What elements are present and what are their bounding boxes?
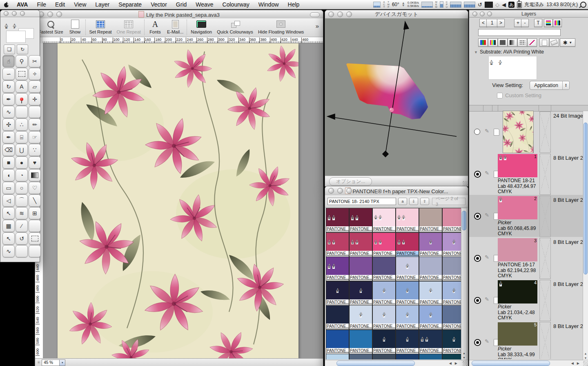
pantone-swatch[interactable]: ⚠PPANTONE... [442,330,461,354]
resize-grip[interactable] [463,361,468,366]
colorbars-view-button[interactable] [553,19,562,27]
pantone-swatch[interactable]: PANTONE... [372,257,396,281]
skew-tool[interactable]: ▱ [29,80,41,93]
view-setting-popup[interactable]: Application ▲▼ [530,81,570,90]
toolbar-button-quick-colourways[interactable]: Quick Colourways [217,20,253,34]
gamut-window-controls[interactable] [328,11,352,17]
pantone-swatch[interactable]: ⚠PPANTONE... [442,281,461,306]
pantone-swatch[interactable]: ⚠PPANTONE... [372,281,396,306]
perspective-grid-tool[interactable]: ⊞ [29,207,41,219]
pantone-swatch[interactable]: ⚠PPANTONE... [372,305,396,330]
text-layer-button[interactable]: T [534,19,542,27]
substrate-swatch[interactable]: ⚠M ⚠P [488,56,537,80]
gray-mode-button[interactable] [498,38,508,47]
pantone-search-input[interactable]: PANTONE 18- 2140 TPX [327,198,396,205]
toolbar-button-set-repeat[interactable]: Set Repeat [89,20,112,34]
lasso-tool[interactable]: ∽ [2,68,15,80]
palette-window-controls[interactable] [4,11,25,16]
pantone-swatch[interactable]: ⚠PPANTONE... [396,281,419,306]
pantone-swatch[interactable]: ⚠PPANTONE... [396,257,419,281]
curve-tool[interactable]: ⌒ [16,194,28,207]
menu-item-vector[interactable]: Vector [146,0,172,9]
rect-tool[interactable]: ▭ [2,182,15,194]
layer-row[interactable]: ✎1⚠M⚠PPANTONE 18-21Lab 48.437,64.97CMYK8… [469,153,588,195]
resize-grip[interactable] [463,181,468,186]
display-status-icon[interactable] [373,2,381,8]
separation-box[interactable] [539,322,551,359]
gradient-mode-button[interactable] [508,38,517,47]
ellipse-tool[interactable]: ○ [16,182,28,194]
layer-color-swatch[interactable]: 2⚠P [498,196,537,219]
separation-box[interactable] [539,280,551,321]
layer-color-swatch[interactable]: 5 [498,322,537,346]
layer-row[interactable]: ✎5PickerLab 38.333,-4.99CMYK8 Bit Layer … [469,321,588,359]
filled-arc-tool[interactable]: ◔ [16,169,28,181]
scroll-down-arrow[interactable]: ▼ [461,356,467,359]
layer-visibility-radio[interactable] [474,297,481,304]
layer-row[interactable]: ✎24 Bit Image [469,111,588,153]
marquee-tool[interactable] [16,68,28,80]
pantone-swatch[interactable]: ⚠M⚠PPANTONE... [326,232,349,257]
pantone-swatch[interactable]: ⚠PPANTONE... [372,330,396,354]
poly-tool[interactable]: ◁ [2,194,15,207]
input-method-icon[interactable]: あ [508,2,514,8]
zoom-tool[interactable]: ⚲ [16,55,28,67]
pantone-swatch[interactable]: ⚠PPANTONE... [349,281,372,306]
displays-menu-icon[interactable] [485,2,493,8]
eraser-button[interactable] [549,38,559,47]
swap-colors-button[interactable]: ❏ [4,45,15,54]
layer-page-number[interactable]: 1 [486,19,498,27]
bucket-tool[interactable]: ⋃ [16,144,28,156]
disclosure-triangle-icon[interactable]: ▼ [474,50,478,54]
battery-icon[interactable] [517,1,522,8]
layer-color-swatch[interactable]: 3 [498,238,537,261]
pantone-vertical-scrollbar[interactable]: ▲ ▼ [461,208,467,360]
gradient-tool[interactable] [29,169,41,181]
menu-item-help[interactable]: Help [283,0,304,9]
pantone-swatch[interactable]: ⚠PPANTONE... [349,305,372,330]
menu-item-grid[interactable]: Grid [172,0,191,9]
pantone-swatch[interactable]: ⚠PPANTONE... [396,330,419,354]
layers-vertical-scrollbar[interactable]: ▲ ▼ [583,111,588,361]
rotate-view-tool[interactable]: ↻ [2,80,15,93]
layer-row[interactable]: ✎2⚠PPickerLab 60.068,45.89CMYK8 Bit Laye… [469,195,588,237]
options-button[interactable]: オプション... [329,177,372,186]
scrollbar-thumb[interactable] [336,361,415,366]
scroll-up-arrow[interactable]: ▲ [461,352,467,355]
document-canvas[interactable] [43,43,323,359]
scroll-up-arrow[interactable]: ▲ [583,352,588,355]
pantone-swatch[interactable]: PANTONE... [349,330,372,354]
separation-box[interactable] [539,112,551,153]
eraser-tool[interactable]: ⌫ [2,144,15,156]
pantone-swatch[interactable]: ⚠M⚠PPANTONE... [372,208,396,232]
scroll-left-arrow[interactable]: ◀ [571,362,574,365]
bezier-edit-tool[interactable]: ∿ [2,245,15,257]
scissors-tool[interactable]: ✂ [29,55,41,67]
brush-tool[interactable]: ✣ [2,118,15,131]
menu-item-window[interactable]: Window [254,0,283,9]
history-menu-icon[interactable]: ↺ [478,2,482,8]
pantone-swatch[interactable]: ⚠M⚠PPANTONE... [419,330,442,354]
separation-box[interactable] [539,196,551,237]
layer-thumbnail[interactable] [503,111,534,153]
pencil-icon[interactable]: ✎ [485,212,489,218]
layer-row[interactable]: ✎4⚠PPickerLab 21.034,-2.48CMYK8 Bit Laye… [469,279,588,321]
pantone-titlebar[interactable]: PANTONE® f+h paper TPX-New Color... [325,186,468,196]
pantone-swatch[interactable]: PANTONE... [396,354,419,359]
pantone-swatch[interactable]: PANTONE... [349,257,372,281]
layers-horizontal-scrollbar[interactable]: ◀ ▶ [469,360,588,366]
stamp-tool[interactable]: ⌸ [16,131,28,143]
pantone-swatch[interactable]: ⚠M⚠PPANTONE... [349,208,372,232]
pantone-swatch[interactable]: ⚠PPANTONE... [419,305,442,330]
pantone-horizontal-scrollbar[interactable]: ◀ ▶ [325,360,468,366]
separation-box[interactable] [539,238,551,279]
pantone-swatch[interactable]: ⚠M⚠PPANTONE... [326,208,349,232]
layer-visibility-radio[interactable] [474,213,481,220]
curve-button[interactable] [527,38,537,47]
document-titlebar[interactable]: Lily the Pink pasted_sepa.ava3 [35,10,323,19]
pantone-swatch[interactable]: PANTONE... [372,354,396,359]
layer-next-button[interactable]: > [497,19,505,27]
menu-item-layer[interactable]: Layer [91,0,114,9]
palette-titlebar[interactable] [0,10,40,17]
pantone-swatch[interactable]: PANTONE... [442,257,461,281]
